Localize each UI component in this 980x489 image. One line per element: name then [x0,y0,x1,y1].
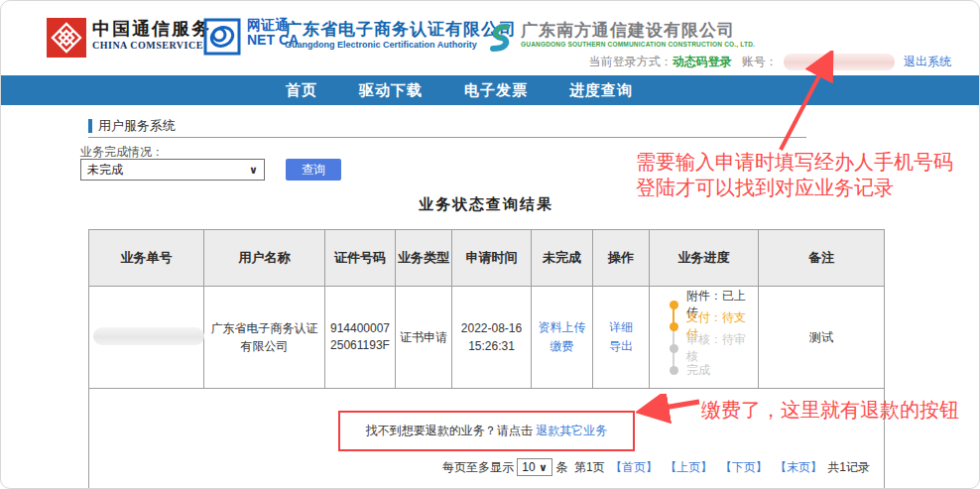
cell-remark: 测试 [759,287,885,389]
col-user-name: 用户名称 [204,230,325,287]
step-dot-icon [670,301,678,309]
southern-subtitle: GUANGDONG SOUTHERN COMMUNICATION CONSTRU… [521,41,755,48]
table-row: 广东省电子商务认证有限公司 91440000725061193F 证书申请 20… [89,287,885,389]
chevron-down-icon: ∨ [539,461,548,473]
account-value-redacted [784,54,895,70]
cell-cert-no: 91440000725061193F [325,287,396,389]
step-dot-icon [670,344,678,353]
section-title-bar [88,119,92,133]
main-nav: 首页 驱动下载 电子发票 进度查询 [1,75,980,105]
col-actions: 操作 [593,230,650,287]
apply-time: 15:26:31 [456,337,527,355]
account-label: 账号： [742,55,778,68]
export-link[interactable]: 导出 [597,338,645,355]
results-title: 业务状态查询结果 [88,195,884,214]
prev-page-link[interactable]: 【上页】 [665,460,712,474]
annotation-bottom: 缴费了，这里就有退款的按钮 [701,397,959,424]
nav-item-progress-query[interactable]: 进度查询 [569,75,633,105]
page: 中国通信服务 CHINA COMSERVICE 网证通 NET CA 广东省电子… [0,0,980,489]
step-dot-icon [670,366,678,375]
col-progress: 业务进度 [650,230,759,287]
query-button[interactable]: 查询 [286,159,341,181]
cell-actions: 详细 导出 [593,287,650,389]
comservice-subtitle: CHINA COMSERVICE [92,40,211,51]
order-no-redacted [93,327,204,345]
pagination: 每页至多显示 10 ∨ 条 第1页 【首页】 【上页】 【下页】 【末页】 共1… [93,451,880,476]
status-filter-value: 未完成 [87,162,123,179]
netca-icon [203,18,241,56]
results-table: 业务单号 用户名称 证件号码 业务类型 申请时间 未完成 操作 业务进度 备注 … [88,229,885,489]
total-records: 共1记录 [827,460,870,474]
col-apply-time: 申请时间 [452,230,532,287]
col-order-no: 业务单号 [89,230,204,287]
per-page-value: 10 [522,460,535,474]
first-page-link[interactable]: 【首页】 [610,460,658,474]
per-page-select[interactable]: 10 ∨ [517,458,552,476]
southern-icon [481,21,515,55]
step-dot-icon [670,322,678,331]
comservice-title: 中国通信服务 [92,18,211,40]
nav-item-home[interactable]: 首页 [286,75,317,105]
cell-biz-type: 证书申请 [396,287,452,389]
nav-item-e-invoice[interactable]: 电子发票 [464,75,528,105]
results-header-row: 业务单号 用户名称 证件号码 业务类型 申请时间 未完成 操作 业务进度 备注 [89,230,885,287]
apply-date: 2022-08-16 [456,319,527,337]
cell-apply-time: 2022-08-16 15:26:31 [452,287,532,389]
progress-timeline: 附件：已上传 支付：待支付 审核：待审核 完成 [654,294,754,381]
last-page-link[interactable]: 【末页】 [775,460,822,474]
login-method-label: 当前登录方式： [589,55,673,68]
section-divider [88,137,806,138]
col-unfinished: 未完成 [532,230,593,287]
status-filter-select[interactable]: 未完成 ∨ [80,159,265,181]
china-comservice-icon [47,18,86,58]
cell-user-name: 广东省电子商务认证有限公司 [204,287,325,389]
col-cert-no: 证件号码 [325,230,396,287]
cell-progress: 附件：已上传 支付：待支付 审核：待审核 完成 [650,287,759,389]
annotation-top: 需要输入申请时填写经办人手机号码 登陆才可以找到对应业务记录 [636,149,980,200]
next-page-link[interactable]: 【下页】 [720,460,768,474]
page-info: 第1页 [574,460,605,474]
progress-step-complete: 完成 [670,359,754,381]
detail-link[interactable]: 详细 [597,319,645,336]
col-remark: 备注 [759,230,885,287]
login-status-bar: 当前登录方式：动态码登录 账号： 退出系统 [589,54,951,70]
per-page-label: 每页至多显示 [442,460,514,474]
chevron-down-icon: ∨ [249,164,258,177]
cell-order-no [89,287,204,389]
nav-item-driver-download[interactable]: 驱动下载 [359,75,423,105]
section-title: 用户服务系统 [88,117,176,135]
login-method-value: 动态码登录 [673,55,732,68]
cell-unfinished: 资料上传 缴费 [532,287,593,389]
progress-step-review: 审核：待审核 [670,337,754,359]
logout-link[interactable]: 退出系统 [904,55,951,68]
section-title-text: 用户服务系统 [98,117,176,135]
southern-title: 广东南方通信建设有限公司 [521,21,755,41]
logo-china-comservice: 中国通信服务 CHINA COMSERVICE [47,18,211,58]
col-biz-type: 业务类型 [396,230,452,287]
upload-materials-link[interactable]: 资料上传 [536,319,588,336]
refund-prompt-text: 找不到想要退款的业务？请点击 [366,424,536,437]
pay-fee-link[interactable]: 缴费 [536,338,588,355]
logo-southern: 广东南方通信建设有限公司 GUANGDONG SOUTHERN COMMUNIC… [481,21,755,55]
annotation-top-line1: 需要输入申请时填写经办人手机号码 [636,149,980,175]
per-page-unit: 条 [555,460,567,474]
refund-prompt-box: 找不到想要退款的业务？请点击 退款其它业务 [338,411,635,451]
refund-other-business-link[interactable]: 退款其它业务 [536,424,607,437]
